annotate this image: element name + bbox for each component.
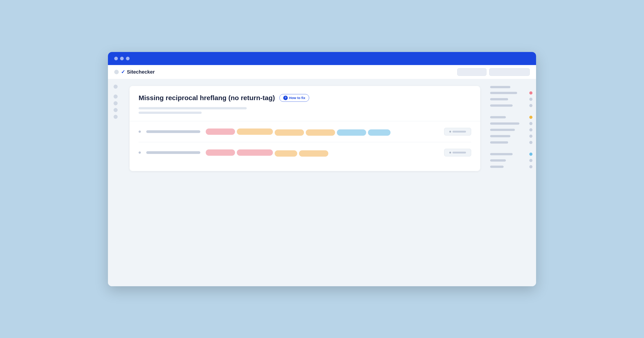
sidebar-dot-5: [114, 115, 118, 119]
panel-row-7: [490, 128, 532, 131]
panel-line-2: [490, 92, 517, 94]
panel-dot-red-1: [529, 91, 532, 95]
panel-dot-orange-1: [529, 116, 532, 119]
action-btn-line-1: [452, 131, 466, 133]
tag-orange-5: [299, 150, 328, 157]
panel-dot-gray-8: [529, 165, 532, 168]
row-label-2: [146, 151, 200, 154]
nav-buttons: [457, 68, 530, 76]
logo-area: ✓ Sitechecker: [114, 69, 155, 75]
card: Missing reciprocal hreflang (no return-t…: [130, 86, 480, 171]
logo: ✓ Sitechecker: [121, 69, 155, 75]
tag-blue-2: [368, 129, 390, 136]
sidebar-dot-2: [114, 95, 118, 99]
browser-body: Missing reciprocal hreflang (no return-t…: [108, 79, 536, 286]
traffic-light-3: [126, 57, 130, 60]
desc-line-1: [138, 107, 247, 109]
how-to-fix-button[interactable]: ? How to fix: [280, 94, 309, 102]
panel-row-2: [490, 91, 532, 95]
top-nav: ✓ Sitechecker: [108, 65, 536, 79]
question-icon: ?: [283, 96, 288, 100]
tag-orange-2: [275, 129, 304, 136]
row-indicator-2: [138, 152, 141, 154]
tag-pink-3: [237, 150, 273, 156]
description-lines: [138, 107, 471, 114]
panel-line-11: [490, 159, 506, 162]
panel-line-1: [490, 86, 510, 88]
panel-line-4: [490, 104, 513, 107]
action-btn-1[interactable]: [444, 128, 471, 136]
tag-orange-1: [237, 129, 273, 135]
panel-line-12: [490, 166, 504, 168]
check-icon: ✓: [121, 69, 125, 75]
row-label-1: [146, 130, 200, 133]
tag-orange-3: [306, 129, 335, 136]
panel-line-9: [490, 141, 508, 144]
panel-row-10: [490, 153, 532, 156]
panel-dot-gray-7: [529, 159, 532, 162]
table-row-1: [138, 121, 471, 142]
panel-line-10: [490, 153, 513, 155]
panel-dot-gray-1: [529, 98, 532, 101]
nav-button-1[interactable]: [457, 68, 486, 76]
panel-line-6: [490, 122, 520, 125]
browser-titlebar: [108, 52, 536, 65]
sidebar-dot-1: [114, 85, 118, 89]
panel-row-5: [490, 116, 532, 119]
panel-row-6: [490, 122, 532, 125]
panel-line-7: [490, 129, 515, 131]
how-to-fix-text: How to fix: [289, 96, 305, 100]
panel-dot-gray-4: [529, 128, 532, 131]
logo-circle: [114, 70, 119, 74]
logo-text: Sitechecker: [127, 69, 155, 75]
main-content: Missing reciprocal hreflang (no return-t…: [123, 79, 486, 286]
browser-window: ✓ Sitechecker Missing recipr: [108, 52, 536, 286]
action-btn-dot-2: [449, 152, 451, 154]
right-panel: [486, 79, 536, 286]
sidebar: [108, 79, 123, 286]
panel-dot-gray-6: [529, 141, 532, 144]
panel-row-4: [490, 104, 532, 107]
traffic-light-1: [114, 57, 118, 60]
panel-line-5: [490, 116, 506, 118]
row-indicator-1: [138, 131, 141, 133]
panel-dot-blue-1: [529, 153, 532, 156]
panel-dot-gray-3: [529, 122, 532, 125]
panel-row-9: [490, 141, 532, 144]
action-btn-line-2: [452, 152, 466, 154]
tag-blue-1: [337, 129, 366, 136]
panel-row-8: [490, 135, 532, 138]
panel-row-12: [490, 165, 532, 168]
traffic-light-2: [120, 57, 124, 60]
panel-row-3: [490, 98, 532, 101]
tags-area-1: [206, 128, 439, 136]
table-row-2: [138, 142, 471, 163]
sidebar-dot-3: [114, 101, 118, 105]
tags-area-2: [206, 149, 439, 157]
desc-line-2: [138, 112, 202, 114]
action-btn-dot-1: [449, 131, 451, 133]
panel-dot-gray-5: [529, 135, 532, 138]
tag-orange-4: [275, 150, 297, 157]
panel-line-8: [490, 135, 510, 137]
panel-line-3: [490, 98, 508, 100]
card-header: Missing reciprocal hreflang (no return-t…: [138, 94, 471, 102]
panel-row-11: [490, 159, 532, 162]
tag-pink-1: [206, 129, 235, 135]
panel-dot-gray-2: [529, 104, 532, 107]
card-title: Missing reciprocal hreflang (no return-t…: [138, 94, 275, 102]
nav-button-2[interactable]: [489, 68, 530, 76]
action-btn-2[interactable]: [444, 149, 471, 157]
sidebar-dot-4: [114, 108, 118, 112]
tag-pink-2: [206, 150, 235, 156]
panel-row-1: [490, 86, 532, 88]
